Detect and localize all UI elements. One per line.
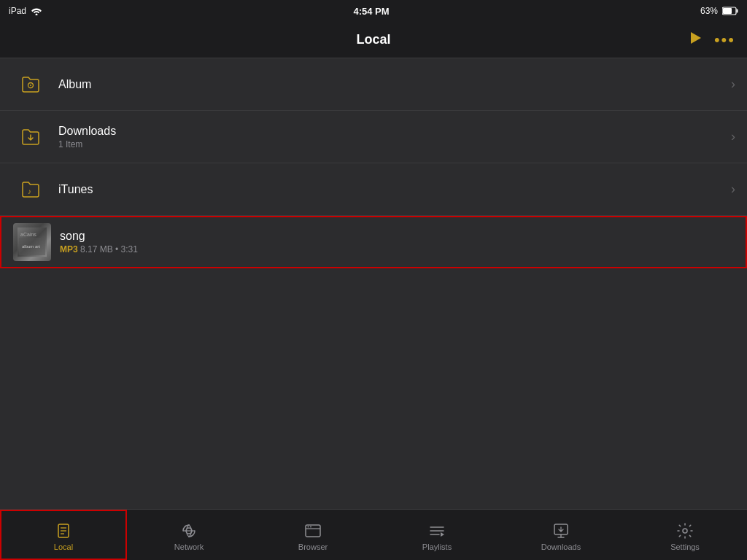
tab-network-label: Network <box>174 542 204 551</box>
chevron-icon-downloads: › <box>731 129 735 144</box>
wifi-icon <box>31 7 42 15</box>
playlists-icon <box>428 522 446 540</box>
tab-playlists-label: Playlists <box>422 542 452 551</box>
header: Local ••• <box>0 22 747 58</box>
battery-icon <box>722 7 738 15</box>
settings-icon <box>676 522 694 540</box>
status-time: 4:54 PM <box>353 6 389 17</box>
itunes-title: iTunes <box>58 183 731 196</box>
tab-local-label: Local <box>54 542 73 551</box>
svg-point-21 <box>310 526 311 527</box>
list-item-album[interactable]: Album › <box>0 58 747 111</box>
battery-label: 63% <box>700 6 718 16</box>
svg-marker-25 <box>441 532 444 537</box>
tab-downloads-label: Downloads <box>541 542 581 551</box>
downloads-subtitle: 1 Item <box>58 139 731 149</box>
tab-browser-label: Browser <box>298 542 328 551</box>
tab-playlists[interactable]: Playlists <box>375 510 499 560</box>
folder-icon-album <box>12 66 50 104</box>
album-info: Album <box>50 78 731 91</box>
svg-text:album art: album art <box>22 244 40 249</box>
status-bar: iPad 4:54 PM 63% <box>0 0 747 22</box>
song-thumbnail: aCains album art <box>13 223 51 261</box>
album-title: Album <box>58 78 731 91</box>
chevron-icon-album: › <box>731 77 735 92</box>
status-left: iPad <box>9 6 42 16</box>
page-title: Local <box>356 32 390 47</box>
tab-bar: Local Network Browser Playlist <box>0 509 747 560</box>
downloads-tab-icon <box>552 522 570 540</box>
song-item[interactable]: aCains album art song MP3 8.17 MB • 3:31 <box>0 216 747 268</box>
status-right: 63% <box>700 6 738 16</box>
song-title: song <box>60 230 734 243</box>
itunes-info: iTunes <box>50 183 731 196</box>
tab-local[interactable]: Local <box>0 510 127 560</box>
svg-rect-2 <box>723 8 732 14</box>
device-label: iPad <box>9 6 26 16</box>
svg-point-20 <box>308 526 309 527</box>
browser-icon <box>304 522 322 540</box>
song-meta: MP3 8.17 MB • 3:31 <box>60 244 734 254</box>
song-size: 8.17 MB • 3:31 <box>80 244 138 254</box>
song-thumb-art: aCains album art <box>13 223 51 261</box>
header-right: ••• <box>688 31 735 50</box>
folder-icon-itunes: ♪ <box>12 171 50 209</box>
more-button[interactable]: ••• <box>714 31 735 50</box>
tab-browser[interactable]: Browser <box>251 510 375 560</box>
list-item-itunes[interactable]: ♪ iTunes › <box>0 163 747 216</box>
tab-downloads[interactable]: Downloads <box>499 510 623 560</box>
folder-icon-downloads <box>12 118 50 156</box>
local-icon <box>55 522 72 540</box>
downloads-title: Downloads <box>58 125 731 138</box>
chevron-icon-itunes: › <box>731 182 735 197</box>
svg-marker-3 <box>691 32 701 44</box>
downloads-info: Downloads 1 Item <box>50 125 731 149</box>
play-button[interactable] <box>688 31 703 49</box>
svg-text:♪: ♪ <box>28 187 31 195</box>
main-content: Album › Downloads 1 Item › ♪ iTunes › <box>0 58 747 509</box>
tab-network[interactable]: Network <box>127 510 251 560</box>
tab-settings-label: Settings <box>670 542 700 551</box>
svg-rect-1 <box>736 9 738 13</box>
svg-point-27 <box>683 529 687 533</box>
svg-point-5 <box>30 85 31 86</box>
song-format: MP3 <box>60 244 78 254</box>
network-icon <box>180 522 198 540</box>
tab-settings[interactable]: Settings <box>623 510 747 560</box>
song-info: song MP3 8.17 MB • 3:31 <box>51 230 734 254</box>
svg-text:aCains: aCains <box>20 232 36 237</box>
list-item-downloads[interactable]: Downloads 1 Item › <box>0 111 747 163</box>
